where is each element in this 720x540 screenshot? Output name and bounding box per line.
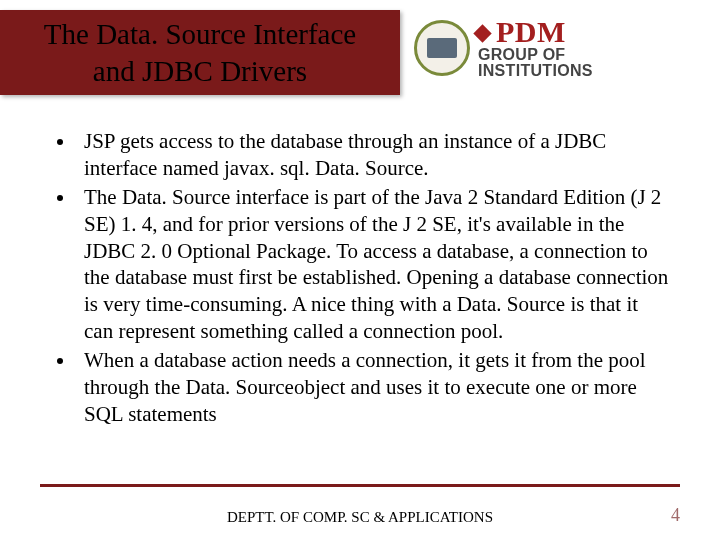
footer-divider: [40, 484, 680, 487]
logo-text-block: PDM GROUP OF INSTITUTIONS: [478, 18, 593, 79]
institution-logo: PDM GROUP OF INSTITUTIONS: [414, 18, 593, 79]
footer-department: DEPTT. OF COMP. SC & APPLICATIONS: [227, 509, 493, 526]
slide-header: The Data. Source Interface and JDBC Driv…: [0, 0, 720, 100]
slide-footer: DEPTT. OF COMP. SC & APPLICATIONS: [0, 509, 720, 526]
logo-brand: PDM: [478, 18, 593, 47]
bullet-list: JSP gets access to the database through …: [48, 128, 672, 428]
slide-content: JSP gets access to the database through …: [0, 100, 720, 428]
list-item: JSP gets access to the database through …: [76, 128, 672, 182]
logo-line2: INSTITUTIONS: [478, 63, 593, 79]
list-item: The Data. Source interface is part of th…: [76, 184, 672, 345]
diamond-icon: [473, 24, 491, 42]
list-item: When a database action needs a connectio…: [76, 347, 672, 428]
title-band: The Data. Source Interface and JDBC Driv…: [0, 10, 400, 95]
slide-title: The Data. Source Interface and JDBC Driv…: [44, 16, 356, 89]
logo-seal-icon: [414, 20, 470, 76]
page-number: 4: [671, 505, 680, 526]
logo-line1: GROUP OF: [478, 47, 593, 63]
logo-brand-text: PDM: [496, 15, 566, 48]
